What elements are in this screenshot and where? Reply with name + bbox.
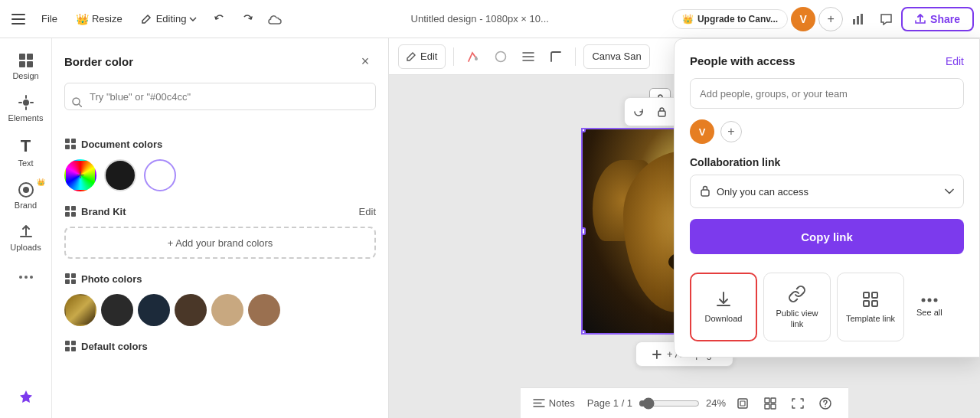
sidebar-item-design[interactable]: Design xyxy=(4,46,48,87)
paint-icon[interactable] xyxy=(462,45,485,68)
resize-label: Resize xyxy=(92,13,122,24)
svg-rect-29 xyxy=(65,341,70,345)
share-label: Share xyxy=(930,13,960,25)
svg-rect-50 xyxy=(771,404,776,409)
document-title: Untitled design - 1080px × 10... xyxy=(290,13,669,24)
refresh-float-button[interactable] xyxy=(628,101,649,122)
svg-rect-22 xyxy=(71,206,76,211)
help-button[interactable] xyxy=(815,393,836,414)
svg-rect-6 xyxy=(19,54,25,60)
public-view-option[interactable]: Public view link xyxy=(763,273,831,341)
sidebar-item-uploads[interactable]: Uploads xyxy=(4,217,48,258)
svg-rect-19 xyxy=(65,145,70,149)
sidebar-item-elements[interactable]: Elements xyxy=(4,88,48,129)
search-icon xyxy=(72,97,82,109)
fit-page-button[interactable] xyxy=(732,393,753,414)
svg-rect-17 xyxy=(65,139,70,143)
chevron-down-icon xyxy=(945,186,954,197)
share-panel-header: People with access Edit xyxy=(690,54,964,67)
color-panel: Border color × Document colors + Brand K… xyxy=(52,38,389,418)
see-all-label: See all xyxy=(916,308,942,317)
comments-button[interactable] xyxy=(874,7,898,31)
see-all-option[interactable]: See all xyxy=(910,291,949,323)
circle-icon[interactable] xyxy=(489,45,512,68)
corner-icon[interactable] xyxy=(544,45,567,68)
sidebar-item-star[interactable] xyxy=(4,383,48,412)
upgrade-label: Upgrade to Canv... xyxy=(697,14,778,24)
photo-swatch-tan[interactable] xyxy=(248,294,280,326)
upgrade-button[interactable]: 👑 Upgrade to Canv... xyxy=(672,9,788,29)
photo-swatch-beige[interactable] xyxy=(211,294,243,326)
svg-point-33 xyxy=(496,51,506,61)
photo-swatch-dog[interactable] xyxy=(64,294,96,326)
user-avatar[interactable]: V xyxy=(791,7,815,31)
brand-kit-header: Brand Kit Edit xyxy=(64,205,376,217)
color-panel-header: Border color × xyxy=(64,51,376,72)
toolbar-separator-2 xyxy=(575,47,576,66)
access-dropdown[interactable]: Only you can access xyxy=(690,175,964,208)
collab-avatar: V xyxy=(690,119,714,144)
notes-button[interactable]: Notes xyxy=(533,397,575,409)
download-icon xyxy=(714,290,733,309)
collab-plus-button[interactable]: + xyxy=(720,121,742,142)
sidebar-text-label: Text xyxy=(18,158,33,168)
add-brand-colors-button[interactable]: + Add your brand colors xyxy=(64,227,376,259)
photo-swatch-navy[interactable] xyxy=(138,294,170,326)
color-search-input[interactable] xyxy=(64,83,376,110)
font-selector[interactable]: Canva San xyxy=(583,44,649,69)
lines-icon[interactable] xyxy=(517,45,540,68)
black-swatch[interactable] xyxy=(104,159,136,191)
undo-button[interactable] xyxy=(207,7,232,31)
see-all-icon xyxy=(921,297,938,303)
fullscreen-button[interactable] xyxy=(787,393,808,414)
sidebar-item-more[interactable] xyxy=(4,263,48,292)
sidebar-item-text[interactable]: T Text xyxy=(4,130,48,174)
photo-swatch-brown[interactable] xyxy=(175,294,207,326)
svg-rect-27 xyxy=(65,279,70,284)
analytics-button[interactable] xyxy=(846,7,871,31)
hamburger-button[interactable] xyxy=(6,7,31,31)
brand-kit-edit-button[interactable]: Edit xyxy=(359,206,376,217)
svg-rect-3 xyxy=(853,19,855,24)
add-color-swatch[interactable]: + xyxy=(64,159,96,191)
template-link-option[interactable]: Template link xyxy=(837,273,904,341)
sidebar-item-brand[interactable]: Brand 👑 xyxy=(4,175,48,216)
svg-point-15 xyxy=(30,276,33,279)
document-color-swatches: + xyxy=(64,159,376,191)
color-panel-close-button[interactable]: × xyxy=(354,51,376,72)
svg-rect-46 xyxy=(740,401,745,406)
svg-rect-47 xyxy=(765,398,769,403)
lock-float-button[interactable] xyxy=(651,101,672,122)
svg-rect-45 xyxy=(738,399,747,408)
invite-plus-button[interactable]: + xyxy=(818,7,843,31)
svg-rect-23 xyxy=(65,212,70,217)
grid-view-button[interactable] xyxy=(760,393,781,414)
photo-swatch-darkgray[interactable] xyxy=(101,294,133,326)
people-input[interactable] xyxy=(690,78,964,109)
photo-colors-title: Photo colors xyxy=(81,273,376,285)
svg-rect-56 xyxy=(864,301,869,306)
share-button[interactable]: Share xyxy=(901,7,974,31)
save-cloud-button[interactable] xyxy=(263,7,287,31)
editing-mode-button[interactable]: Editing xyxy=(133,7,205,31)
svg-rect-53 xyxy=(701,190,709,196)
zoom-slider[interactable] xyxy=(639,397,700,410)
share-panel-edit-link[interactable]: Edit xyxy=(946,55,964,67)
brand-kit-title: Brand Kit xyxy=(81,206,354,217)
download-option[interactable]: Download xyxy=(690,273,757,341)
link-icon xyxy=(788,285,806,303)
share-panel: People with access Edit V + Collaboratio… xyxy=(674,38,980,358)
redo-button[interactable] xyxy=(235,7,260,31)
outline-swatch[interactable] xyxy=(144,159,176,191)
edit-button[interactable]: Edit xyxy=(398,44,446,69)
svg-rect-49 xyxy=(765,404,769,409)
resize-button[interactable]: 👑 Resize xyxy=(68,7,130,31)
color-panel-title: Border color xyxy=(64,55,133,68)
file-menu-button[interactable]: File xyxy=(34,7,65,31)
sidebar-elements-label: Elements xyxy=(8,113,44,122)
sidebar-design-label: Design xyxy=(12,71,38,80)
svg-rect-26 xyxy=(71,273,76,278)
add-color-plus-icon: + xyxy=(77,168,85,184)
copy-link-button[interactable]: Copy link xyxy=(690,219,964,254)
collaboration-link-section: Collaboration link Only you can access xyxy=(690,156,964,208)
